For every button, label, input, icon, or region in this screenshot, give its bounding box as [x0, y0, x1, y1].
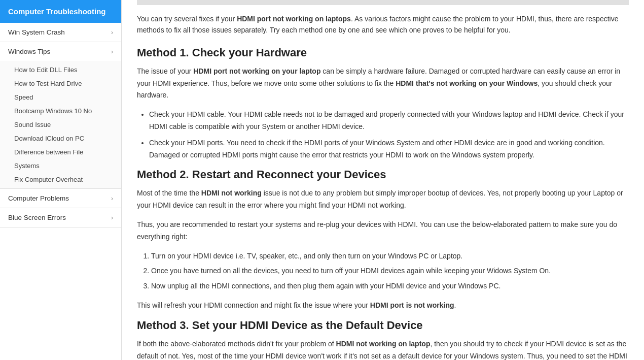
windows-tips-subitems: How to Edit DLL Files How to Test Hard D… [0, 61, 121, 188]
sidebar-category-computer-problems: Computer Problems › [0, 189, 121, 208]
subitem-how-to-test-hard-drive[interactable]: How to Test Hard Drive [0, 77, 121, 90]
subitem-fix-computer-overheat[interactable]: Fix Computer Overheat [0, 173, 121, 186]
method2-step3: Now unplug all the HDMI connections, and… [151, 280, 629, 292]
method2-ordered-list: Turn on your HDMI device i.e. TV, speake… [151, 250, 629, 292]
sidebar: Computer Troubleshooting Win System Cras… [0, 0, 122, 360]
main-content: You can try several fixes if your HDMI p… [122, 0, 644, 360]
chevron-icon-windows-tips: › [111, 48, 113, 55]
method1-bold1: HDMI port not working on your laptop [193, 67, 320, 75]
sidebar-category-windows-tips-label[interactable]: Windows Tips › [0, 42, 121, 61]
method1-bullet1: Check your HDMI cable. Your HDMI cable n… [149, 109, 629, 133]
computer-problems-text: Computer Problems [8, 194, 69, 202]
method2-paragraph1: Most of the time the HDMI not working is… [137, 187, 629, 212]
method2-closing: This will refresh your HDMI connection a… [137, 300, 629, 312]
intro-pre: You can try several fixes if your [137, 15, 237, 23]
sidebar-category-windows-tips: Windows Tips › How to Edit DLL Files How… [0, 42, 121, 189]
sidebar-category-win-system-crash-label[interactable]: Win System Crash › [0, 23, 121, 42]
subitem-how-to-edit-dll[interactable]: How to Edit DLL Files [0, 63, 121, 77]
method2-step2: Once you have turned on all the devices,… [151, 265, 629, 277]
intro-paragraph: You can try several fixes if your HDMI p… [137, 13, 629, 36]
intro-bold: HDMI port not working on laptops [237, 15, 351, 23]
method3-paragraph1: If both the above-elaborated methods did… [137, 338, 629, 360]
win-system-crash-text: Win System Crash [8, 28, 65, 36]
method1-paragraph1: The issue of your HDMI port not working … [137, 66, 629, 102]
sidebar-category-computer-problems-label[interactable]: Computer Problems › [0, 189, 121, 208]
sidebar-category-blue-screen-errors-label[interactable]: Blue Screen Errors › [0, 208, 121, 227]
method1-bullets: Check your HDMI cable. Your HDMI cable n… [149, 109, 629, 161]
method2-heading: Method 2. Restart and Reconnect your Dev… [137, 168, 629, 181]
sidebar-header: Computer Troubleshooting [0, 0, 121, 23]
method2-bold1: HDMI not working [201, 189, 262, 197]
method2-closing-bold: HDMI port is not working [370, 301, 454, 309]
subitem-systems[interactable]: Systems [0, 159, 121, 173]
top-bar-decoration [137, 0, 629, 5]
chevron-icon-computer-problems: › [111, 195, 113, 202]
subitem-sound-issue[interactable]: Sound Issue [0, 118, 121, 132]
windows-tips-text: Windows Tips [8, 48, 50, 55]
subitem-bootcamp-windows[interactable]: Bootcamp Windows 10 No [0, 104, 121, 118]
method1-bold2: HDMI that's not working on your Windows [396, 79, 538, 87]
sidebar-category-win-system-crash: Win System Crash › [0, 23, 121, 42]
chevron-icon-blue-screen-errors: › [111, 214, 113, 221]
method3-bold1: HDMI not working on laptop [336, 340, 431, 348]
blue-screen-errors-text: Blue Screen Errors [8, 214, 66, 221]
method2-paragraph2: Thus, you are recommended to restart you… [137, 219, 629, 243]
subitem-difference-between-file[interactable]: Difference between File [0, 145, 121, 159]
chevron-icon-win-system-crash: › [111, 29, 113, 36]
sidebar-category-blue-screen-errors: Blue Screen Errors › [0, 208, 121, 227]
method3-heading: Method 3. Set your HDMI Device as the De… [137, 319, 629, 332]
subitem-speed[interactable]: Speed [0, 90, 121, 104]
method2-step1: Turn on your HDMI device i.e. TV, speake… [151, 250, 629, 263]
method1-bullet2: Check your HDMI ports. You need to check… [149, 137, 629, 161]
subitem-download-icloud[interactable]: Download iCloud on PC [0, 132, 121, 145]
method1-heading: Method 1. Check your Hardware [137, 46, 629, 59]
